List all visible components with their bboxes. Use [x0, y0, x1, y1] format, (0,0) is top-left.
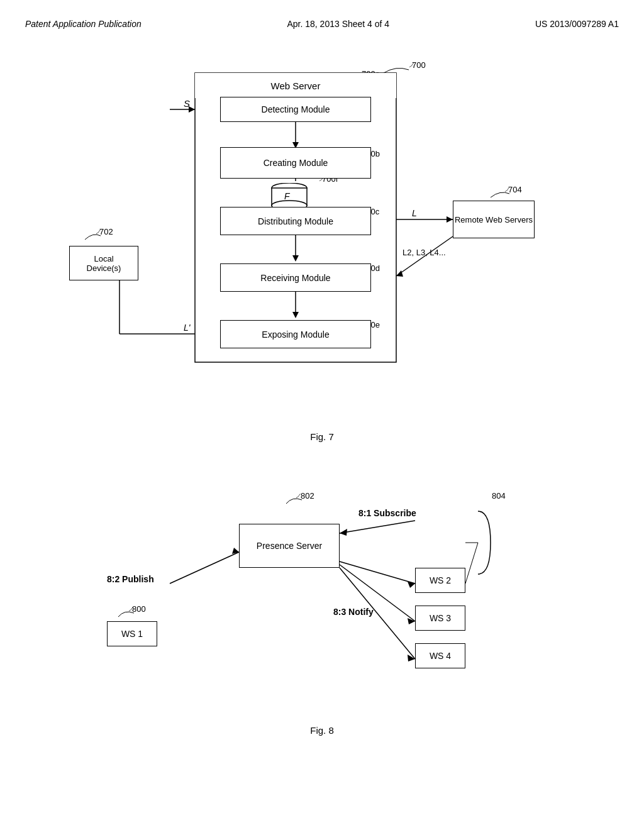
remote-web-servers-box: Remote Web Servers	[453, 201, 535, 238]
svg-line-16	[396, 236, 453, 276]
fig8-container: 802 ⟋ 800 ⟋ 804 8:1 Subscribe 8:2 Publis…	[25, 461, 619, 725]
fig7-label: Fig. 7	[25, 431, 619, 442]
svg-line-51	[340, 565, 415, 621]
page: Patent Application Publication Apr. 18, …	[0, 0, 644, 830]
svg-text:8:1 Subscribe: 8:1 Subscribe	[358, 508, 416, 518]
exposing-module-box: Exposing Module	[220, 320, 371, 348]
svg-line-63	[465, 543, 478, 584]
svg-text:L: L	[412, 208, 417, 218]
svg-text:8:2 Publish: 8:2 Publish	[107, 574, 154, 584]
fig8-area: 802 ⟋ 800 ⟋ 804 8:1 Subscribe 8:2 Publis…	[25, 461, 619, 736]
ws2-box: WS 2	[415, 568, 465, 593]
svg-text:⟋: ⟋	[94, 227, 103, 236]
svg-text:⟋: ⟋	[408, 60, 416, 70]
fig8-svg: 802 ⟋ 800 ⟋ 804 8:1 Subscribe 8:2 Publis…	[25, 461, 644, 725]
svg-line-47	[170, 552, 239, 584]
svg-text:F: F	[284, 191, 291, 201]
header-right: US 2013/0097289 A1	[535, 19, 619, 29]
svg-marker-8	[292, 312, 299, 318]
svg-text:⟋: ⟋	[294, 491, 303, 501]
svg-marker-10	[189, 106, 195, 113]
fig7-container: S L L L' L2, L3, L4... 700 ⟋ 700a ⟋ 700b	[25, 54, 619, 419]
svg-text:804: 804	[492, 491, 506, 501]
svg-marker-46	[340, 529, 347, 536]
header-left: Patent Application Publication	[25, 19, 142, 29]
svg-text:704: 704	[508, 185, 522, 194]
ws3-box: WS 3	[415, 606, 465, 631]
svg-marker-50	[408, 582, 415, 588]
svg-text:702: 702	[99, 227, 113, 236]
web-server-title: Web Server	[195, 73, 396, 98]
creating-module-box: Creating Module	[220, 147, 371, 179]
distributing-module-box: Distributing Module	[220, 207, 371, 235]
svg-line-53	[340, 568, 415, 659]
svg-marker-15	[447, 216, 453, 223]
header-center: Apr. 18, 2013 Sheet 4 of 4	[287, 19, 389, 29]
ws1-box: WS 1	[107, 621, 157, 646]
detecting-module-box: Detecting Module	[220, 97, 371, 122]
svg-line-49	[340, 562, 415, 584]
svg-marker-17	[396, 270, 403, 277]
svg-text:8:3 Notify: 8:3 Notify	[333, 607, 374, 617]
local-device-box: Local Device(s)	[69, 246, 138, 280]
fig8-label: Fig. 8	[25, 725, 619, 736]
svg-text:L2, L3, L4...: L2, L3, L4...	[402, 248, 446, 257]
svg-text:800: 800	[132, 604, 146, 614]
ws4-box: WS 4	[415, 643, 465, 668]
presence-server-box: Presence Server	[239, 524, 340, 568]
svg-text:700: 700	[412, 60, 426, 70]
receiving-module-box: Receiving Module	[220, 263, 371, 292]
svg-text:⟋: ⟋	[503, 185, 511, 194]
svg-marker-54	[408, 655, 415, 661]
svg-text:S: S	[184, 98, 190, 109]
svg-marker-6	[292, 255, 299, 262]
svg-text:⟋: ⟋	[127, 604, 135, 614]
svg-marker-48	[232, 548, 239, 554]
fig7-area: S L L L' L2, L3, L4... 700 ⟋ 700a ⟋ 700b	[25, 54, 619, 442]
page-header: Patent Application Publication Apr. 18, …	[25, 19, 619, 29]
svg-text:802: 802	[301, 491, 314, 501]
svg-marker-52	[408, 618, 415, 624]
svg-line-45	[340, 521, 415, 533]
svg-text:L': L'	[184, 323, 191, 333]
